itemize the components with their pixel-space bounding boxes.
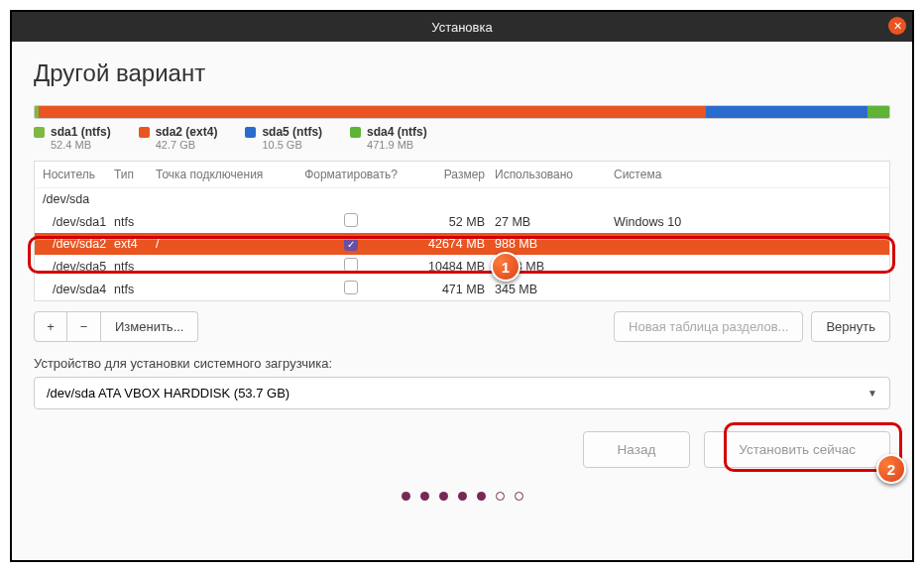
cell-used: 27 MB: [495, 215, 614, 229]
col-size: Размер: [405, 168, 495, 181]
cell-size: 42674 MB: [405, 237, 495, 251]
disk-usage-bar: [34, 105, 890, 119]
annotation-badge-1: 1: [491, 252, 520, 282]
cell-format: [296, 213, 405, 230]
seg-sda4: [867, 106, 889, 118]
cell-device: /dev/sda: [43, 192, 89, 206]
col-used: Использовано: [495, 168, 614, 181]
step-dot: [439, 492, 448, 501]
bootloader-value: /dev/sda ATA VBOX HARDDISK (53.7 GB): [47, 386, 289, 400]
cell-size: 52 MB: [405, 215, 495, 229]
cell-size: 471 MB: [405, 283, 495, 296]
table-body: /dev/sda/dev/sda1ntfs52 MB27 MBWindows 1…: [35, 188, 889, 300]
table-row[interactable]: /dev/sda1ntfs52 MB27 MBWindows 10: [35, 210, 889, 233]
legend-size: 471.9 MB: [367, 139, 427, 151]
page-title: Другой вариант: [34, 59, 890, 87]
close-icon[interactable]: ✕: [888, 17, 906, 35]
swatch-icon: [245, 127, 256, 138]
step-dot: [515, 492, 523, 501]
cell-used: 988 MB: [495, 237, 614, 251]
legend-label: sda2 (ext4): [156, 125, 218, 139]
legend-label: sda4 (ntfs): [367, 125, 427, 139]
swatch-icon: [139, 127, 150, 138]
toolbar: + − Изменить... Новая таблица разделов..…: [34, 311, 890, 342]
legend-label: sda5 (ntfs): [262, 125, 322, 139]
bootloader-label: Устройство для установки системного загр…: [34, 356, 890, 371]
cell-system: Windows 10: [614, 215, 881, 229]
table-row[interactable]: /dev/sda: [35, 188, 889, 210]
remove-button[interactable]: −: [67, 311, 101, 342]
cell-mount: /: [156, 237, 296, 251]
annotation-badge-2: 2: [876, 454, 906, 484]
cell-type: ntfs: [114, 260, 156, 274]
cell-size: 10484 MB: [405, 260, 495, 274]
step-dot: [458, 492, 467, 501]
step-dot: [420, 492, 429, 501]
cell-device: /dev/sda2: [43, 237, 114, 251]
format-checkbox[interactable]: [344, 281, 358, 294]
legend-label: sda1 (ntfs): [51, 125, 111, 139]
titlebar: Установка ✕: [12, 12, 912, 42]
format-checkbox[interactable]: ✓: [344, 237, 358, 251]
step-dot: [477, 492, 486, 501]
nav-buttons: Назад Установить сейчас: [34, 431, 890, 468]
revert-button[interactable]: Вернуть: [811, 311, 890, 342]
cell-device: /dev/sda5: [43, 260, 114, 274]
col-mount: Точка подключения: [156, 168, 296, 181]
seg-sda5: [706, 106, 868, 118]
content: Другой вариант sda1 (ntfs)52.4 MBsda2 (e…: [12, 42, 912, 560]
step-dot: [402, 492, 410, 501]
new-table-button[interactable]: Новая таблица разделов...: [614, 311, 803, 342]
col-device: Носитель: [43, 168, 114, 181]
cell-format: [296, 281, 405, 297]
add-button[interactable]: +: [34, 311, 67, 342]
cell-format: ✓: [296, 237, 405, 252]
change-button[interactable]: Изменить...: [101, 311, 198, 342]
col-format: Форматировать?: [296, 168, 405, 181]
cell-type: ext4: [114, 237, 156, 251]
table-row[interactable]: /dev/sda2ext4/✓42674 MB988 MB: [35, 233, 889, 255]
legend-size: 10.5 GB: [262, 139, 322, 151]
table-header: Носитель Тип Точка подключения Форматиро…: [35, 162, 889, 188]
col-system: Система: [614, 168, 881, 181]
format-checkbox[interactable]: [344, 258, 358, 272]
legend-item: sda2 (ext4)42.7 GB: [139, 125, 218, 151]
legend-size: 52.4 MB: [51, 139, 111, 151]
partition-table: Носитель Тип Точка подключения Форматиро…: [34, 161, 890, 301]
legend-item: sda4 (ntfs)471.9 MB: [350, 125, 427, 151]
cell-used: 345 MB: [495, 283, 614, 296]
legend-item: sda5 (ntfs)10.5 GB: [245, 125, 322, 151]
swatch-icon: [34, 127, 45, 138]
swatch-icon: [350, 127, 361, 138]
bootloader-select[interactable]: /dev/sda ATA VBOX HARDDISK (53.7 GB) ▼: [34, 377, 890, 409]
legend-size: 42.7 GB: [156, 139, 218, 151]
table-row[interactable]: /dev/sda4ntfs471 MB345 MB: [35, 278, 889, 300]
installer-window: Установка ✕ Другой вариант sda1 (ntfs)52…: [10, 10, 914, 562]
progress-stepper: [34, 492, 890, 501]
install-now-button[interactable]: Установить сейчас: [704, 431, 890, 468]
chevron-down-icon: ▼: [867, 388, 877, 399]
seg-sda2: [39, 106, 705, 118]
cell-type: ntfs: [114, 215, 156, 229]
cell-device: /dev/sda4: [43, 283, 114, 296]
legend-item: sda1 (ntfs)52.4 MB: [34, 125, 111, 151]
back-button[interactable]: Назад: [583, 431, 691, 468]
table-row[interactable]: /dev/sda5ntfs10484 MB3453 MB: [35, 255, 889, 278]
window-title: Установка: [431, 20, 492, 35]
cell-format: [296, 258, 405, 275]
format-checkbox[interactable]: [344, 213, 358, 227]
col-type: Тип: [114, 168, 156, 181]
cell-device: /dev/sda1: [43, 215, 114, 229]
step-dot: [496, 492, 505, 501]
cell-type: ntfs: [114, 283, 156, 296]
legend: sda1 (ntfs)52.4 MBsda2 (ext4)42.7 GBsda5…: [34, 125, 890, 151]
